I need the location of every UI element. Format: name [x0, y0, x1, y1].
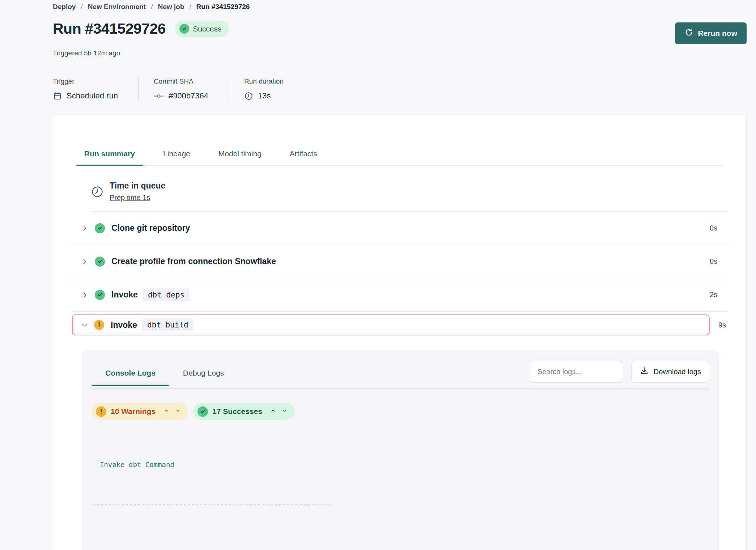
success-check-icon	[179, 24, 189, 34]
log-divider: ----------------------------------------…	[92, 497, 709, 510]
triggered-timestamp: Triggered 5h 12m ago	[53, 49, 747, 57]
log-command-title: Invoke dbt Command	[92, 458, 709, 471]
console-log-output: Invoke dbt Command ---------------------…	[92, 432, 709, 550]
warning-icon: !	[96, 406, 106, 417]
breadcrumb-separator: /	[81, 3, 82, 11]
clock-icon	[244, 92, 253, 101]
chevron-right-icon[interactable]	[81, 225, 88, 232]
time-in-queue-section: Time in queue Prep time 1s	[91, 181, 727, 212]
tab-artifacts[interactable]: Artifacts	[282, 149, 325, 165]
step-success-icon	[95, 290, 105, 300]
step-clone-git-repository[interactable]: Clone git repository 0s	[72, 212, 727, 245]
rerun-now-button[interactable]: Rerun now	[675, 22, 747, 44]
step-invoke-dbt-build[interactable]: ! Invoke dbt build 9s	[72, 312, 727, 339]
meta-duration: Run duration 13s	[229, 77, 304, 101]
log-summary-badges: ! 10 Warnings 17 Successes	[92, 403, 709, 420]
step-warning-icon: !	[94, 320, 104, 330]
run-tabs: Run summary Lineage Model timing Artifac…	[76, 149, 723, 166]
queue-title: Time in queue	[110, 181, 165, 191]
breadcrumb-new-job[interactable]: New job	[158, 3, 184, 11]
step-invoke-dbt-deps[interactable]: Invoke dbt deps 2s	[72, 278, 727, 312]
step-label: Create profile from connection Snowflake	[111, 257, 276, 266]
step-label: Invoke	[111, 290, 138, 300]
commit-icon	[154, 92, 164, 101]
run-page: Deploy / New Environment / New job / Run…	[0, 0, 756, 550]
status-badge-label: Success	[193, 25, 221, 33]
meta-duration-value: 13s	[258, 91, 271, 101]
page-title: Run #341529726	[53, 20, 166, 37]
download-logs-button[interactable]: Download logs	[632, 361, 709, 382]
run-summary-card: Run summary Lineage Model timing Artifac…	[53, 114, 747, 550]
meta-commit-label: Commit SHA	[154, 77, 208, 85]
successes-count: 17 Successes	[212, 407, 262, 416]
chevron-right-icon[interactable]	[81, 291, 88, 299]
chevron-right-icon[interactable]	[81, 258, 88, 265]
prep-time-link[interactable]: Prep time 1s	[110, 194, 150, 202]
download-icon	[640, 367, 649, 377]
step-duration: 2s	[710, 291, 717, 299]
successes-badge[interactable]: 17 Successes	[193, 403, 295, 420]
chevron-down-icon[interactable]	[81, 321, 88, 329]
tab-run-summary[interactable]: Run summary	[76, 149, 143, 165]
step-success-icon	[95, 223, 105, 233]
step-duration: 0s	[710, 224, 717, 232]
breadcrumb-new-environment[interactable]: New Environment	[88, 3, 146, 11]
step-success-icon	[95, 257, 105, 267]
step-list: Clone git repository 0s Create profile f…	[72, 212, 727, 339]
step-duration: 9s	[718, 321, 727, 329]
step-command-chip: dbt build	[142, 318, 194, 331]
tab-model-timing[interactable]: Model timing	[211, 149, 269, 165]
queue-clock-icon	[91, 185, 104, 202]
meta-trigger: Trigger Scheduled run	[53, 77, 138, 101]
breadcrumb-deploy[interactable]: Deploy	[53, 3, 76, 11]
breadcrumb: Deploy / New Environment / New job / Run…	[53, 3, 747, 11]
meta-trigger-value: Scheduled run	[67, 91, 118, 101]
logs-panel: Console Logs Debug Logs Download logs ! …	[82, 350, 719, 550]
breadcrumb-current-run: Run #341529726	[196, 3, 250, 11]
meta-commit-value: #900b7364	[169, 91, 208, 101]
logs-header: Console Logs Debug Logs Download logs	[92, 361, 709, 389]
meta-duration-label: Run duration	[244, 77, 284, 85]
tab-console-logs[interactable]: Console Logs	[92, 364, 169, 385]
run-meta: Trigger Scheduled run Commit SHA #900b73…	[53, 77, 747, 101]
breadcrumb-separator: /	[151, 3, 153, 11]
rerun-icon	[684, 28, 693, 39]
step-create-profile[interactable]: Create profile from connection Snowflake…	[72, 245, 727, 278]
status-badge: Success	[175, 21, 229, 37]
warnings-count: 10 Warnings	[111, 407, 156, 416]
step-label: Clone git repository	[111, 223, 190, 233]
header: Run #341529726 Success Rerun now	[53, 20, 747, 44]
chevron-up-icon[interactable]	[270, 408, 276, 415]
meta-trigger-label: Trigger	[53, 77, 118, 85]
step-warning-outline[interactable]: ! Invoke dbt build	[72, 314, 710, 335]
tab-debug-logs[interactable]: Debug Logs	[169, 364, 238, 385]
download-logs-label: Download logs	[654, 368, 701, 376]
step-duration: 0s	[710, 257, 717, 266]
meta-commit: Commit SHA #900b7364	[138, 77, 229, 101]
breadcrumb-separator: /	[189, 3, 191, 11]
chevron-up-icon[interactable]	[163, 408, 169, 415]
tab-lineage[interactable]: Lineage	[155, 149, 198, 165]
success-check-icon	[198, 406, 208, 417]
calendar-icon	[53, 92, 62, 101]
chevron-down-icon[interactable]	[175, 408, 181, 415]
step-label: Invoke	[111, 320, 137, 330]
rerun-label: Rerun now	[698, 29, 738, 38]
warnings-badge[interactable]: ! 10 Warnings	[92, 403, 188, 420]
chevron-down-icon[interactable]	[282, 408, 288, 415]
search-logs-input[interactable]	[530, 361, 622, 382]
step-command-chip: dbt deps	[143, 288, 190, 301]
